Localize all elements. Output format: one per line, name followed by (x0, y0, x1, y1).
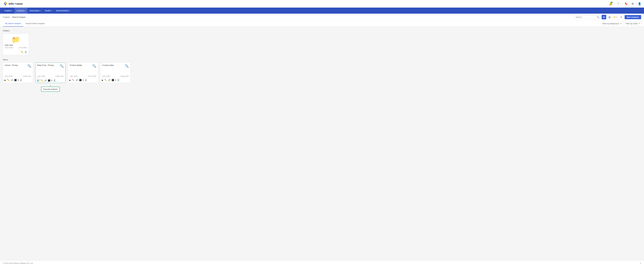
item-delete-icon[interactable]: 🗑️ (20, 79, 22, 81)
item-card-top: Cereal - Pricing 🔍 (3, 63, 33, 74)
list-view-btn[interactable]: ▤ (607, 15, 612, 19)
logo-text: Info✦eave (8, 2, 23, 5)
item-analysis-icon: 🔍 (125, 64, 128, 68)
item-embed-icon[interactable]: ⬛ (48, 79, 50, 82)
nav-analysis-chevron: ▾ (24, 10, 25, 11)
nav-automation-label: Automation (29, 9, 40, 12)
item-card-cereal[interactable]: Cereal - Pricing 🔍 John Smith 5 Mar 2021… (3, 63, 33, 83)
nav-item-automation[interactable]: Automation ▾ (27, 7, 43, 14)
nav-automation-chevron: ▾ (40, 10, 41, 11)
item-share-icon[interactable]: 🔗 (108, 79, 110, 81)
item-header: Baby Food - Pricing 🔍 (37, 64, 64, 68)
item-share-icon[interactable]: 🔗 (11, 79, 13, 81)
item-share-icon[interactable]: 🔗 (44, 79, 47, 82)
search-icon[interactable]: 🔍 (597, 16, 599, 18)
item-embed-icon[interactable]: ⬛ (79, 79, 82, 81)
separator-1: | (614, 2, 614, 5)
filter-mode-select[interactable]: Filter by mode (624, 22, 641, 25)
items-title: Items (3, 59, 641, 61)
item-info-icon[interactable]: ℹ (18, 79, 18, 81)
nav-item-administration[interactable]: Administration ▾ (54, 7, 72, 14)
breadcrumb-bar: Analysis › What-If Analysis 🔍 ⊞ ▤ 📁+ ⬇ N… (0, 14, 644, 21)
execute-analysis-tooltip: Execute Analysis (41, 87, 60, 92)
separator-2: | (622, 2, 623, 5)
add-folder-btn[interactable]: 📁+ (613, 15, 618, 19)
tabs: My what-if analysis Shared what-if analy… (3, 21, 47, 26)
bookmarks-icon[interactable]: 🔖 (624, 2, 628, 5)
item-date: 5 Mar 2021 (56, 75, 64, 77)
notification-icon[interactable]: 🔔 0 (609, 2, 612, 5)
item-delete-icon[interactable]: 🗑️ (117, 79, 120, 81)
item-owner: John Smith (102, 75, 110, 77)
item-actions: ▶ ✏️ 🔗 ⬛ ℹ 🗑️ (68, 78, 98, 82)
nav-administration-label: Administration (56, 9, 69, 12)
header-right: 🔔 0 | ? | 🔖 | ⊞ | 👤 (609, 2, 641, 6)
footer-icon: ✦ (640, 262, 641, 264)
separator-4: | (636, 2, 636, 5)
search-box: 🔍 (574, 15, 600, 19)
item-analysis-icon: 🔍 (92, 64, 96, 68)
item-delete-icon[interactable]: 🗑️ (85, 79, 87, 81)
help-icon[interactable]: ? (616, 2, 620, 6)
breadcrumb-separator: › (11, 16, 11, 18)
item-info-icon[interactable]: ℹ (52, 79, 52, 82)
folder-delete-icon[interactable]: 🗑️ (24, 51, 27, 53)
tabs-bar: My what-if analysis Shared what-if analy… (0, 21, 644, 27)
item-actions: ▶ ✏️ 🔗 ⬛ ℹ 🗑️ (3, 78, 33, 82)
user-icon[interactable]: 👤 (638, 2, 641, 5)
folder-icon: 📁 (12, 36, 20, 44)
item-delete-icon[interactable]: 🗑️ (53, 79, 56, 82)
filter-datasource-select[interactable]: Filter by Datasource (601, 22, 623, 25)
item-play-icon[interactable]: ▶ (102, 79, 103, 81)
item-edit-icon[interactable]: ✏️ (72, 79, 74, 81)
item-meta: John Smith 5 Mar 2021 (36, 74, 66, 78)
item-header: Country Sales 🔍 (102, 64, 128, 68)
folder-actions: ✏️ 🗑️ (5, 50, 27, 53)
nav-item-analysis[interactable]: Analysis ▾ (14, 7, 27, 14)
folder-name: Data Task (5, 44, 27, 46)
tab-my-whatif[interactable]: My what-if analysis (3, 21, 23, 26)
item-edit-icon[interactable]: ✏️ (7, 79, 10, 81)
item-info-icon[interactable]: ℹ (83, 79, 84, 81)
item-analysis-icon: 🔍 (27, 64, 31, 68)
item-card-product[interactable]: Product details 🔍 John Smith 22 Jul 2022… (68, 63, 98, 83)
item-play-icon[interactable]: ▶ (70, 79, 71, 81)
item-share-icon[interactable]: 🔗 (76, 79, 78, 81)
item-edit-icon[interactable]: ✏️ (104, 79, 107, 81)
logo: Info✦eave (3, 1, 23, 6)
item-card-babyfood[interactable]: Baby Food - Pricing 🔍 John Smith 5 Mar 2… (35, 63, 66, 83)
item-info-icon[interactable]: ℹ (115, 79, 116, 81)
breadcrumb-parent[interactable]: Analysis (3, 16, 10, 18)
item-embed-icon[interactable]: ⬛ (112, 79, 114, 81)
search-input[interactable] (576, 16, 596, 18)
item-play-icon[interactable]: ▶ (4, 79, 6, 81)
new-analysis-button[interactable]: New Analysis (624, 15, 641, 19)
grid-view-btn[interactable]: ⊞ (602, 15, 606, 19)
folders-section: Folders 📁 Data Task John Smith 10 Jul 20… (3, 29, 641, 55)
top-header: Info✦eave 🔔 0 | ? | 🔖 | ⊞ | 👤 (0, 0, 644, 7)
item-actions: ▶ ✏️ 🔗 ⬛ ℹ 🗑️ (100, 78, 130, 82)
filter-area: Filter by Datasource Filter by mode (601, 22, 641, 25)
item-meta: John Smith 22 Jul 2022 (68, 74, 98, 78)
nav-item-studio[interactable]: Studio ▾ (43, 7, 54, 14)
item-card-top: Country Sales 🔍 (100, 63, 130, 74)
item-card-countrysales[interactable]: Country Sales 🔍 John Smith 9 Aug 2023 ▶ … (100, 63, 130, 83)
folder-edit-icon[interactable]: ✏️ (21, 51, 23, 53)
item-meta: John Smith 9 Aug 2023 (100, 74, 130, 78)
nav-insights-chevron: ▾ (12, 10, 12, 11)
item-play-icon[interactable]: ▶ (37, 79, 40, 82)
item-edit-icon[interactable]: ✏️ (41, 79, 43, 82)
item-header: Cereal - Pricing 🔍 (5, 64, 31, 68)
breadcrumb-current: What-If Analysis (12, 16, 26, 18)
folder-owner: John Smith (5, 47, 13, 48)
main-content: Folders 📁 Data Task John Smith 10 Jul 20… (0, 27, 644, 261)
items-grid: Cereal - Pricing 🔍 John Smith 5 Mar 2021… (3, 63, 641, 83)
grid-icon[interactable]: ⊞ (632, 2, 634, 5)
item-embed-icon[interactable]: ⬛ (14, 79, 17, 81)
download-btn[interactable]: ⬇ (619, 15, 624, 19)
item-header: Product details 🔍 (70, 64, 96, 68)
nav-item-insights[interactable]: Insights ▾ (2, 7, 14, 14)
folder-card-datatask[interactable]: 📁 Data Task John Smith 10 Jul 2023 ✏️ 🗑️ (3, 34, 29, 55)
copyright-text: © 2013-2023 Noesys Software Pvt. Ltd. (3, 262, 33, 264)
tab-shared-whatif[interactable]: Shared what-if analysis (23, 21, 47, 26)
